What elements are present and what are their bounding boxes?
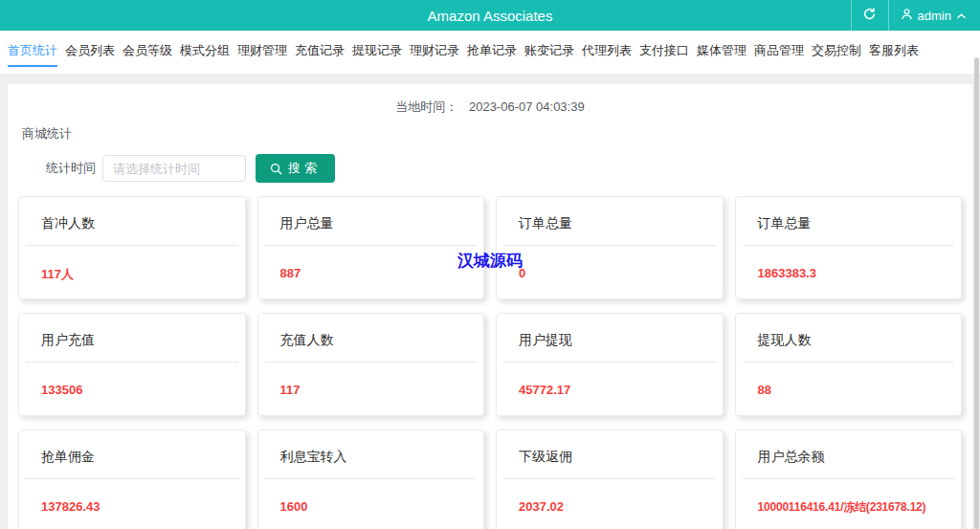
stat-card-0: 首冲人数117人 bbox=[18, 196, 246, 299]
stat-card-title: 抢单佣金 bbox=[19, 430, 245, 478]
filter-row: 统计时间 搜索 bbox=[8, 154, 972, 183]
stat-card-value: 1600 bbox=[280, 499, 477, 514]
stat-card-value: 10000116416.41/冻结(231678.12) bbox=[758, 499, 954, 516]
stat-card-1: 用户总量887 bbox=[257, 196, 485, 299]
stat-card-divider bbox=[743, 245, 955, 246]
refresh-icon bbox=[862, 7, 877, 25]
stat-card-divider bbox=[503, 478, 716, 479]
stat-card-value: 117 bbox=[280, 383, 477, 397]
nav-tabs: 首页统计会员列表会员等级模式分组理财管理充值记录提现记录理财记录抢单记录账变记录… bbox=[0, 31, 980, 74]
stat-card-value: 133506 bbox=[41, 383, 237, 397]
search-button-label: 搜索 bbox=[288, 160, 321, 177]
stat-card-title: 订单总量 bbox=[736, 197, 962, 245]
stat-card-divider bbox=[503, 245, 716, 246]
stat-card-divider bbox=[26, 245, 238, 246]
stat-card-title: 下级返佣 bbox=[497, 430, 723, 478]
nav-tab-agent-list[interactable]: 代理列表 bbox=[582, 31, 632, 67]
stat-card-title: 用户充值 bbox=[19, 314, 245, 362]
nav-tab-media-mgmt[interactable]: 媒体管理 bbox=[697, 31, 746, 67]
chevron-up-icon bbox=[956, 9, 967, 23]
stat-card-divider bbox=[26, 362, 238, 363]
top-header: Amazon Associates admin bbox=[0, 0, 980, 31]
nav-tab-finance-records[interactable]: 理财记录 bbox=[410, 31, 459, 67]
stat-card-value: 0 bbox=[519, 266, 715, 280]
stat-card-divider bbox=[265, 478, 478, 479]
stat-card-title: 提现人数 bbox=[736, 314, 962, 362]
stat-card-9: 利息宝转入1600 bbox=[257, 430, 485, 529]
refresh-button[interactable] bbox=[851, 0, 889, 31]
nav-tab-withdraw-records[interactable]: 提现记录 bbox=[352, 31, 402, 67]
stat-card-title: 用户总量 bbox=[258, 197, 484, 245]
stat-card-8: 抢单佣金137826.43 bbox=[18, 430, 246, 529]
stat-card-title: 用户总余额 bbox=[736, 430, 962, 478]
stat-card-title: 订单总量 bbox=[497, 197, 723, 245]
stat-card-value: 88 bbox=[758, 383, 954, 397]
time-filter-label: 统计时间 bbox=[8, 160, 96, 177]
stat-card-divider bbox=[265, 245, 478, 246]
stat-card-6: 用户提现45772.17 bbox=[496, 313, 724, 416]
stat-card-5: 充值人数117 bbox=[257, 313, 485, 416]
user-name: admin bbox=[918, 9, 951, 23]
nav-tab-member-level[interactable]: 会员等级 bbox=[122, 31, 172, 67]
stat-card-divider bbox=[265, 362, 478, 363]
nav-tab-balance-change-records[interactable]: 账变记录 bbox=[524, 31, 574, 67]
stat-card-title: 充值人数 bbox=[258, 314, 484, 362]
nav-tab-mode-group[interactable]: 模式分组 bbox=[180, 31, 230, 67]
nav-tab-product-mgmt[interactable]: 商品管理 bbox=[754, 31, 804, 67]
user-menu[interactable]: admin bbox=[889, 0, 980, 31]
stat-card-value: 1863383.3 bbox=[758, 266, 954, 280]
stats-card-grid: 首冲人数117人用户总量887订单总量0订单总量1863383.3用户充值133… bbox=[18, 196, 962, 529]
search-button[interactable]: 搜索 bbox=[256, 154, 335, 183]
vertical-scrollbar[interactable] bbox=[974, 57, 979, 529]
local-time: 当地时间： 2023-06-07 04:03:39 bbox=[8, 84, 972, 116]
main-panel: 当地时间： 2023-06-07 04:03:39 商城统计 统计时间 搜索 首… bbox=[8, 84, 972, 529]
nav-tab-recharge-records[interactable]: 充值记录 bbox=[295, 31, 345, 67]
nav-tab-service-list[interactable]: 客服列表 bbox=[869, 31, 919, 67]
stat-card-divider bbox=[503, 362, 716, 363]
user-icon bbox=[901, 8, 913, 23]
section-title: 商城统计 bbox=[22, 125, 972, 143]
time-filter-input[interactable] bbox=[102, 155, 246, 182]
stat-card-value: 137826.43 bbox=[41, 499, 237, 514]
nav-tab-order-grab-records[interactable]: 抢单记录 bbox=[467, 31, 517, 67]
nav-tab-trade-control[interactable]: 交易控制 bbox=[812, 31, 861, 67]
stat-card-title: 用户提现 bbox=[497, 314, 723, 362]
stat-card-value: 2037.02 bbox=[519, 499, 715, 514]
stat-card-10: 下级返佣2037.02 bbox=[496, 430, 724, 529]
nav-tab-payment-api[interactable]: 支付接口 bbox=[639, 31, 689, 67]
stat-card-3: 订单总量1863383.3 bbox=[735, 196, 963, 299]
stat-card-4: 用户充值133506 bbox=[18, 313, 246, 416]
stat-card-value: 117人 bbox=[41, 266, 237, 283]
stat-card-title: 利息宝转入 bbox=[258, 430, 484, 478]
app-title: Amazon Associates bbox=[428, 8, 553, 24]
nav-tab-finance-mgmt[interactable]: 理财管理 bbox=[237, 31, 287, 67]
nav-tab-member-list[interactable]: 会员列表 bbox=[65, 31, 115, 67]
stat-card-value: 887 bbox=[280, 266, 477, 280]
stat-card-divider bbox=[743, 362, 955, 363]
stat-card-divider bbox=[743, 478, 955, 479]
search-icon bbox=[270, 163, 282, 175]
stat-card-7: 提现人数88 bbox=[735, 313, 963, 416]
local-time-label: 当地时间： bbox=[395, 99, 457, 114]
stat-card-divider bbox=[26, 478, 238, 479]
nav-tab-home-stats[interactable]: 首页统计 bbox=[8, 31, 57, 67]
stat-card-value: 45772.17 bbox=[519, 383, 715, 397]
stat-card-2: 订单总量0 bbox=[496, 196, 724, 299]
header-controls: admin bbox=[851, 0, 980, 31]
stat-card-11: 用户总余额10000116416.41/冻结(231678.12) bbox=[735, 430, 963, 529]
stat-card-title: 首冲人数 bbox=[19, 197, 245, 245]
local-time-value: 2023-06-07 04:03:39 bbox=[469, 99, 585, 114]
